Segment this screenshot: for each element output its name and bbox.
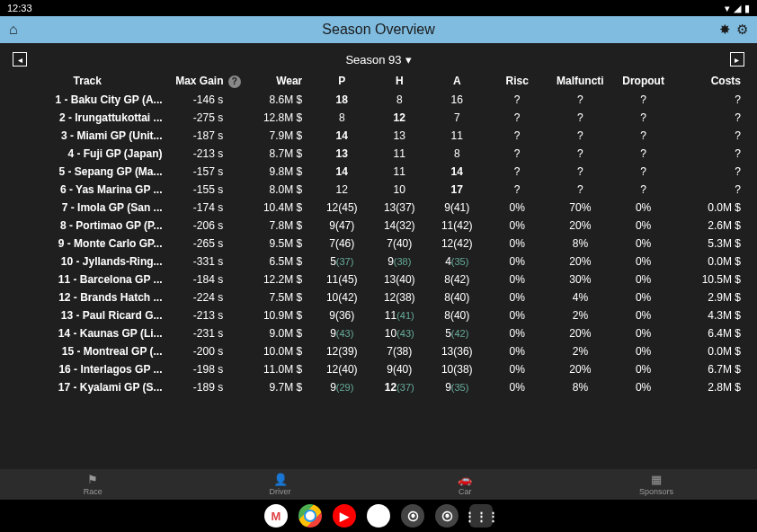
col-costs: Costs — [674, 72, 748, 91]
flag-icon: ⚑ — [87, 473, 98, 486]
table-row[interactable]: 11 - Barcelona GP ...-184 s12.2M $11(45)… — [9, 270, 748, 288]
col-p: P — [313, 72, 370, 91]
nav-race[interactable]: ⚑ Race — [84, 473, 102, 496]
col-malfuncti: Malfuncti — [548, 72, 612, 91]
status-time: 12:33 — [7, 3, 32, 13]
car-icon: 🚗 — [458, 473, 472, 486]
next-season-button[interactable]: ▸ — [730, 52, 744, 66]
table-row[interactable]: 1 - Baku City GP (A...-146 s8.6M $18816?… — [9, 91, 748, 109]
table-row[interactable]: 15 - Montreal GP (...-200 s10.0M $12(39)… — [9, 342, 748, 360]
battery-icon: ▮ — [744, 3, 750, 14]
table-row[interactable]: 7 - Imola GP (San ...-174 s10.4M $12(45)… — [9, 199, 748, 217]
col-a: A — [428, 72, 485, 91]
col-track: Track — [9, 72, 166, 91]
col-dropout: Dropout — [612, 72, 675, 91]
season-table: Track Max Gain ? Wear P H A Risc Malfunc… — [0, 72, 757, 396]
table-row[interactable]: 13 - Paul Ricard G...-213 s10.9M $9(36)1… — [9, 306, 748, 324]
photos-icon[interactable]: ✦ — [367, 504, 390, 528]
table-row[interactable]: 9 - Monte Carlo GP...-265 s9.5M $7(46)7(… — [9, 235, 748, 253]
table-row[interactable]: 2 - Irungattukottai ...-275 s12.8M $8127… — [9, 109, 748, 127]
prev-season-button[interactable]: ◂ — [13, 52, 27, 66]
chevron-down-icon: ▾ — [405, 53, 412, 66]
col-wear: Wear — [250, 72, 313, 91]
gmail-icon[interactable]: M — [264, 504, 288, 528]
col-h: H — [370, 72, 428, 91]
col-risc: Risc — [485, 72, 548, 91]
table-row[interactable]: 10 - Jyllands-Ring...-331 s6.5M $5(37)9(… — [9, 253, 748, 270]
table-row[interactable]: 17 - Kyalami GP (S...-189 s9.7M $9(29)12… — [9, 378, 748, 396]
nav-car[interactable]: 🚗 Car — [458, 473, 472, 496]
status-bar: 12:33 ▾ ◢ ▮ — [0, 0, 757, 16]
youtube-icon[interactable]: ▶ — [333, 504, 356, 528]
wifi-icon: ▾ — [725, 3, 730, 14]
bottom-navigation: ⚑ Race 👤 Driver 🚗 Car ▦ Sponsors — [0, 469, 757, 500]
help-icon[interactable]: ? — [228, 75, 241, 88]
chrome-icon[interactable] — [298, 504, 322, 528]
sponsors-icon: ▦ — [651, 473, 662, 486]
nav-driver[interactable]: 👤 Driver — [270, 473, 291, 496]
app-header: ⌂ Season Overview ✸ ⚙ — [0, 16, 757, 43]
signal-icon: ◢ — [734, 3, 741, 14]
table-header-row: Track Max Gain ? Wear P H A Risc Malfunc… — [9, 72, 748, 91]
table-row[interactable]: 12 - Brands Hatch ...-224 s7.5M $10(42)1… — [9, 288, 748, 306]
nav-sponsors[interactable]: ▦ Sponsors — [639, 473, 673, 496]
season-navigation: ◂ Season 93 ▾ ▸ — [0, 43, 757, 72]
table-row[interactable]: 14 - Kaunas GP (Li...-231 s9.0M $9(43)10… — [9, 324, 748, 342]
status-icons: ▾ ◢ ▮ — [725, 3, 750, 14]
settings-icon[interactable]: ⚙ — [736, 22, 748, 38]
home-icon[interactable]: ⌂ — [9, 22, 18, 38]
app-icon-1[interactable]: ⦿ — [401, 504, 424, 528]
system-dock: M ▶ ✦ ⦿ ⦿ ⋮⋮⋮ — [0, 500, 757, 532]
table-row[interactable]: 16 - Interlagos GP ...-198 s11.0M $12(40… — [9, 360, 748, 378]
person-icon: 👤 — [273, 473, 288, 486]
table-row[interactable]: 8 - Portimao GP (P...-206 s7.8M $9(47)14… — [9, 217, 748, 235]
app-icon-2[interactable]: ⦿ — [435, 504, 459, 528]
season-dropdown[interactable]: Season 93 ▾ — [345, 53, 411, 66]
table-row[interactable]: 3 - Miami GP (Unit...-187 s7.9M $141311?… — [9, 127, 748, 145]
apps-grid-icon[interactable]: ⋮⋮⋮ — [469, 504, 493, 528]
col-maxgain: Max Gain ? — [166, 72, 251, 91]
page-title: Season Overview — [322, 22, 434, 38]
table-row[interactable]: 5 - Sepang GP (Ma...-157 s9.8M $141114??… — [9, 163, 748, 181]
bug-icon[interactable]: ✸ — [719, 22, 731, 38]
table-row[interactable]: 6 - Yas Marina GP ...-155 s8.0M $121017?… — [9, 181, 748, 199]
table-row[interactable]: 4 - Fuji GP (Japan)-213 s8.7M $13118???? — [9, 145, 748, 163]
